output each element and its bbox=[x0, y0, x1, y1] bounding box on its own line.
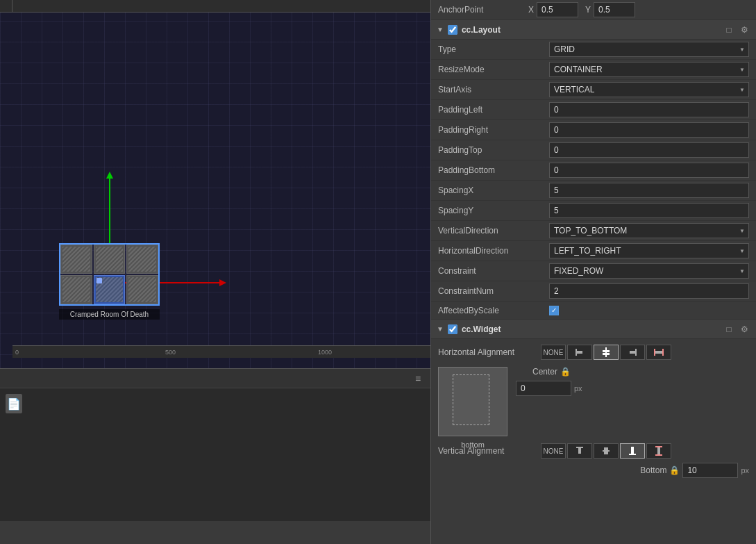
halign-right-icon bbox=[627, 347, 638, 358]
valign-top-btn[interactable] bbox=[567, 443, 592, 459]
type-select-wrapper: GRID bbox=[549, 42, 749, 57]
center-input[interactable] bbox=[516, 381, 571, 396]
paddingleft-input[interactable] bbox=[549, 102, 749, 117]
center-px-label: px bbox=[574, 384, 582, 393]
halign-none-label: NONE bbox=[544, 349, 564, 356]
ruler-numbers: 0 500 1000 bbox=[12, 345, 430, 358]
anchor-y-letter: Y bbox=[585, 5, 591, 15]
file-icon-item[interactable]: 📄 bbox=[6, 394, 22, 413]
type-label: Type bbox=[438, 44, 549, 54]
paddingtop-input[interactable] bbox=[549, 142, 749, 158]
constraintnum-input[interactable] bbox=[549, 283, 749, 299]
hdir-select-wrapper: LEFT_TO_RIGHT bbox=[549, 243, 749, 258]
valign-bottom-btn[interactable] bbox=[620, 443, 645, 459]
canvas-panel: 0 500 1000 Cramp bbox=[0, 0, 430, 544]
paddingright-input[interactable] bbox=[549, 122, 749, 138]
canvas-viewport[interactable]: 0 500 1000 Cramp bbox=[0, 0, 430, 368]
widget-section-icons: □ ⚙ bbox=[723, 323, 750, 336]
halign-none-btn[interactable]: NONE bbox=[541, 345, 566, 360]
halign-stretch-btn[interactable] bbox=[646, 345, 671, 360]
type-select[interactable]: GRID bbox=[549, 42, 749, 57]
game-object-label: Cramped Room Of Death bbox=[59, 309, 160, 320]
widget-copy-icon[interactable]: □ bbox=[723, 323, 735, 336]
affectedbyscale-checkbox[interactable]: ✓ bbox=[549, 306, 559, 315]
halign-label: Horizontal Alignment bbox=[438, 347, 535, 357]
tile-6 bbox=[126, 275, 158, 304]
bottom-input[interactable] bbox=[682, 463, 738, 478]
vdir-value: TOP_TO_BOTTOM bbox=[549, 223, 749, 238]
center-input-group: px bbox=[516, 381, 749, 396]
widget-section-content: Horizontal Alignment NONE bbox=[431, 339, 756, 484]
halign-stretch-icon bbox=[653, 347, 664, 358]
widget-section-title: cc.Widget bbox=[462, 324, 719, 334]
paddingright-label: PaddingRight bbox=[438, 125, 549, 135]
valign-stretch-btn[interactable] bbox=[646, 443, 671, 459]
anchor-point-row: AnchorPoint X Y bbox=[431, 0, 756, 20]
ruler-top bbox=[0, 0, 430, 13]
svg-rect-14 bbox=[606, 447, 608, 454]
bottom-lock-icon[interactable]: 🔒 bbox=[669, 465, 680, 475]
widget-box-visual bbox=[438, 367, 507, 436]
layout-gear-icon[interactable]: ⚙ bbox=[738, 24, 750, 36]
bottom-label: Bottom bbox=[640, 465, 666, 475]
widget-toggle[interactable]: ▼ bbox=[437, 325, 444, 333]
valign-none-btn[interactable]: NONE bbox=[541, 443, 566, 459]
resizemode-select[interactable]: CONTAINER bbox=[549, 62, 749, 77]
tile-2 bbox=[94, 245, 126, 274]
halign-left-btn[interactable] bbox=[567, 345, 592, 360]
paddingbottom-input[interactable] bbox=[549, 163, 749, 178]
svg-rect-5 bbox=[635, 349, 637, 356]
tile-3 bbox=[126, 245, 158, 274]
paddingtop-label: PaddingTop bbox=[438, 145, 549, 155]
ruler-left bbox=[0, 0, 12, 12]
svg-rect-6 bbox=[630, 351, 635, 354]
hdir-select[interactable]: LEFT_TO_RIGHT bbox=[549, 243, 749, 258]
halign-buttons: NONE bbox=[541, 345, 671, 360]
valign-bottom-icon bbox=[627, 445, 638, 456]
constraint-select[interactable]: FIXED_ROW bbox=[549, 263, 749, 279]
tile-4 bbox=[60, 275, 92, 304]
bottom-panel: ≡ 📄 bbox=[0, 368, 430, 521]
widget-visual: bottom Center 🔒 px bbox=[438, 364, 749, 439]
widget-gear-icon[interactable]: ⚙ bbox=[738, 323, 750, 336]
type-value: GRID bbox=[549, 42, 749, 57]
paddingright-value bbox=[549, 122, 749, 138]
anchor-y-group: Y bbox=[585, 2, 635, 17]
startaxis-select[interactable]: VERTICAL bbox=[549, 82, 749, 97]
tile-1 bbox=[60, 245, 92, 274]
resizemode-label: ResizeMode bbox=[438, 65, 549, 74]
halign-center-btn[interactable] bbox=[594, 345, 619, 360]
svg-rect-11 bbox=[578, 448, 581, 454]
game-object[interactable]: Cramped Room Of Death bbox=[59, 243, 160, 320]
svg-rect-1 bbox=[577, 351, 582, 354]
layout-toggle[interactable]: ▼ bbox=[437, 26, 444, 33]
svg-rect-19 bbox=[657, 447, 660, 454]
valign-middle-btn[interactable] bbox=[594, 443, 619, 459]
constraint-value: FIXED_ROW bbox=[549, 263, 749, 279]
constraint-select-wrapper: FIXED_ROW bbox=[549, 263, 749, 279]
spacingx-value bbox=[549, 183, 749, 198]
widget-box-container: bottom bbox=[438, 367, 507, 436]
widget-checkbox[interactable] bbox=[448, 324, 457, 334]
vdir-select[interactable]: TOP_TO_BOTTOM bbox=[549, 223, 749, 238]
vdir-label: VerticalDirection bbox=[438, 226, 549, 236]
resizemode-value: CONTAINER bbox=[549, 62, 749, 77]
layout-checkbox[interactable] bbox=[448, 25, 457, 35]
affectedbyscale-row: AffectedByScale ✓ bbox=[431, 302, 756, 320]
spacingy-input[interactable] bbox=[549, 203, 749, 218]
center-lock-icon[interactable]: 🔒 bbox=[560, 367, 571, 377]
halign-right-btn[interactable] bbox=[620, 345, 645, 360]
anchor-x-input[interactable] bbox=[537, 2, 578, 17]
constraintnum-value bbox=[549, 283, 749, 299]
svg-rect-13 bbox=[604, 447, 606, 454]
anchor-y-input[interactable] bbox=[594, 2, 635, 17]
halign-row: Horizontal Alignment NONE bbox=[438, 345, 749, 360]
tile-5-selected bbox=[94, 275, 126, 304]
halign-center-icon bbox=[600, 347, 612, 358]
layout-copy-icon[interactable]: □ bbox=[723, 24, 735, 36]
spacingx-input[interactable] bbox=[549, 183, 749, 198]
menu-icon[interactable]: ≡ bbox=[411, 372, 425, 386]
svg-rect-9 bbox=[655, 351, 662, 354]
ruler-num-1000: 1000 bbox=[318, 349, 332, 356]
resizemode-row: ResizeMode CONTAINER bbox=[431, 60, 756, 80]
